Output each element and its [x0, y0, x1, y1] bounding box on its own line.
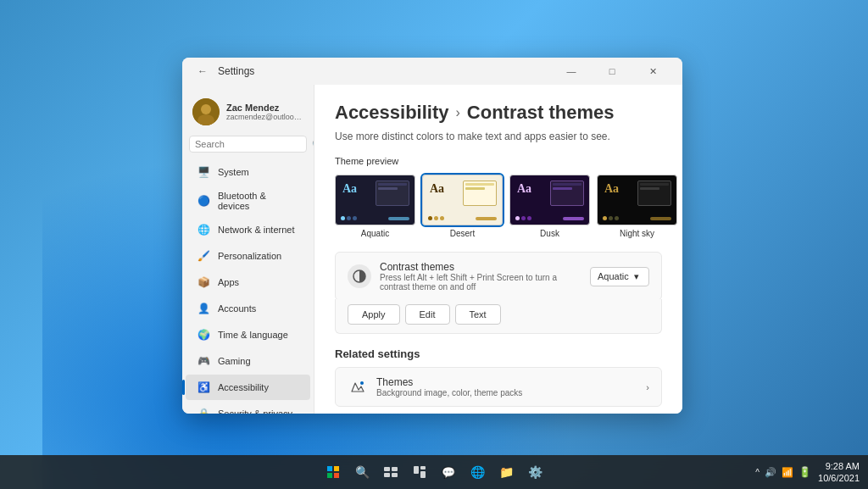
text-button[interactable]: Text — [455, 304, 501, 325]
related-settings-label: Related settings — [335, 347, 662, 360]
title-bar: ← Settings — □ ✕ — [182, 58, 682, 85]
themes-chevron-icon: › — [646, 382, 649, 392]
gaming-icon: 🎮 — [196, 353, 211, 369]
sidebar-item-time-label: Time & language — [218, 330, 288, 340]
contrast-setting-desc: Press left Alt + left Shift + Print Scre… — [380, 273, 581, 292]
contrast-icon-circle — [348, 264, 371, 288]
accessibility-icon: ♿ — [196, 380, 211, 395]
avatar — [192, 98, 220, 125]
close-button[interactable]: ✕ — [633, 58, 672, 85]
battery-icon[interactable]: 🔋 — [798, 466, 811, 478]
svg-point-4 — [360, 381, 364, 385]
aquatic-bar — [388, 217, 409, 220]
nav-item-bluetooth-wrapper: 🔵 Bluetooth & devices — [182, 186, 314, 216]
aquatic-dots — [341, 216, 357, 220]
dusk-mini-window — [550, 181, 584, 206]
teams-button[interactable]: 💬 — [437, 460, 460, 484]
taskbar-right: ^ 🔊 📶 🔋 9:28 AM 10/6/2021 — [755, 460, 860, 485]
systray: ^ 🔊 📶 🔋 — [755, 466, 811, 478]
systray-chevron[interactable]: ^ — [755, 468, 760, 477]
sidebar-item-system[interactable]: 🖥️ System — [186, 159, 310, 185]
search-input[interactable] — [195, 139, 312, 149]
sidebar-item-network[interactable]: 🌐 Network & internet — [186, 217, 310, 242]
themes-related-icon — [348, 377, 368, 397]
sidebar-item-accessibility[interactable]: ♿ Accessibility — [186, 375, 310, 400]
sidebar-item-gaming[interactable]: 🎮 Gaming — [186, 348, 310, 374]
sidebar-item-system-label: System — [218, 167, 249, 177]
widgets-button[interactable] — [408, 460, 431, 484]
edit-button[interactable]: Edit — [405, 304, 450, 325]
svg-rect-13 — [414, 466, 419, 474]
contrast-dropdown[interactable]: Aquatic ▾ — [590, 267, 649, 286]
bluetooth-icon: 🔵 — [196, 193, 211, 208]
window-title: Settings — [218, 65, 552, 77]
svg-rect-6 — [334, 466, 339, 471]
contrast-dropdown-value: Aquatic — [598, 271, 629, 281]
edge-button[interactable]: 🌐 — [465, 460, 489, 484]
nav-item-security-wrapper: 🔒 Security & privacy — [182, 401, 314, 414]
breadcrumb-parent[interactable]: Accessibility — [335, 102, 449, 124]
minimize-button[interactable]: — — [552, 58, 591, 85]
back-button[interactable]: ← — [192, 61, 213, 81]
taskbar-clock[interactable]: 9:28 AM 10/6/2021 — [818, 460, 860, 485]
sidebar-item-accessibility-label: Accessibility — [218, 382, 269, 392]
user-name: Zac Mendez — [226, 103, 303, 113]
nav-item-time-wrapper: 🌍 Time & language — [182, 322, 314, 347]
desert-aa-text: Aa — [430, 182, 444, 196]
sidebar-item-accounts-label: Accounts — [218, 303, 256, 314]
nightsky-theme-name: Night sky — [597, 229, 677, 238]
sidebar-item-personalization[interactable]: 🖌️ Personalization — [186, 243, 310, 269]
sidebar-item-security[interactable]: 🔒 Security & privacy — [186, 401, 310, 414]
aquatic-mini-window — [376, 181, 409, 206]
theme-preview-desert: Aa — [422, 175, 503, 225]
nav-item-gaming-wrapper: 🎮 Gaming — [182, 348, 314, 374]
system-icon: 🖥️ — [196, 164, 211, 180]
contrast-themes-row: Contrast themes Press left Alt + left Sh… — [335, 252, 662, 301]
desert-bar — [476, 217, 497, 220]
theme-card-nightsky[interactable]: Aa Night sky — [597, 175, 677, 238]
user-email: zacmendez@outlook.com — [226, 113, 303, 121]
sidebar-item-bluetooth[interactable]: 🔵 Bluetooth & devices — [186, 186, 310, 216]
theme-preview-nightsky: Aa — [597, 175, 677, 225]
maximize-button[interactable]: □ — [593, 58, 632, 85]
sidebar-item-apps-label: Apps — [218, 277, 239, 287]
themes-related-text: Themes Background image, color, theme pa… — [376, 376, 637, 397]
related-item-themes[interactable]: Themes Background image, color, theme pa… — [335, 367, 662, 407]
network-icon[interactable]: 📶 — [782, 467, 793, 478]
svg-rect-5 — [327, 466, 332, 471]
explorer-button[interactable]: 📁 — [494, 460, 518, 484]
search-taskbar-button[interactable]: 🔍 — [350, 460, 374, 484]
sidebar-item-accounts[interactable]: 👤 Accounts — [186, 296, 310, 321]
nav-item-network-wrapper: 🌐 Network & internet — [182, 217, 314, 242]
sidebar-item-network-label: Network & internet — [218, 225, 294, 235]
svg-rect-9 — [384, 467, 390, 471]
svg-rect-15 — [420, 471, 426, 478]
search-box[interactable]: 🔍 — [189, 136, 307, 153]
volume-icon[interactable]: 🔊 — [765, 467, 776, 478]
sidebar-item-security-label: Security & privacy — [218, 408, 292, 414]
desert-dots — [428, 216, 444, 220]
taskbar: 🔍 💬 🌐 📁 ⚙️ ^ 🔊 📶 🔋 — [0, 455, 868, 489]
theme-card-dusk[interactable]: Aa Dusk — [509, 175, 590, 238]
settings-taskbar-button[interactable]: ⚙️ — [523, 460, 547, 484]
apply-button[interactable]: Apply — [348, 304, 400, 325]
taskview-button[interactable] — [379, 460, 403, 484]
user-profile[interactable]: Zac Mendez zacmendez@outlook.com — [182, 92, 314, 132]
sidebar-item-time[interactable]: 🌍 Time & language — [186, 322, 310, 347]
sidebar-item-apps[interactable]: 📦 Apps — [186, 270, 310, 295]
network-icon: 🌐 — [196, 222, 211, 237]
breadcrumb: Accessibility › Contrast themes — [335, 102, 662, 124]
settings-window: ← Settings — □ ✕ Zac Mendez — [182, 58, 682, 414]
theme-card-aquatic[interactable]: Aa Aquatic — [335, 175, 415, 238]
svg-rect-8 — [334, 473, 339, 478]
user-info: Zac Mendez zacmendez@outlook.com — [226, 103, 303, 121]
taskbar-center: 🔍 💬 🌐 📁 ⚙️ — [321, 460, 547, 484]
nightsky-mini-window — [637, 181, 671, 206]
theme-card-desert[interactable]: Aa Desert — [422, 175, 503, 238]
theme-preview-label: Theme preview — [335, 156, 662, 166]
desert-theme-name: Desert — [422, 229, 503, 238]
breadcrumb-current: Contrast themes — [467, 102, 615, 124]
nightsky-bar — [650, 217, 671, 220]
start-button[interactable] — [321, 460, 345, 484]
nightsky-aa-text: Aa — [604, 182, 619, 196]
